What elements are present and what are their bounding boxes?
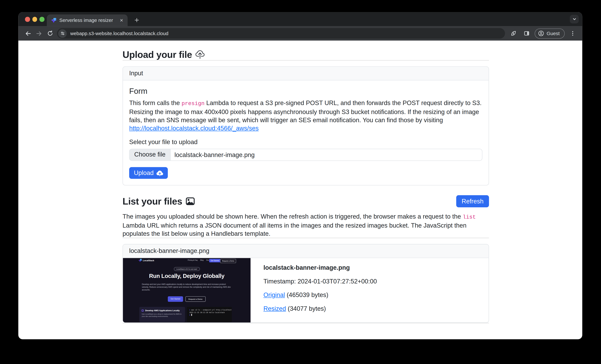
banner-cta-row: Get Started Request a Demo	[123, 296, 250, 302]
profile-chip[interactable]: Guest	[534, 28, 565, 38]
reload-icon	[47, 30, 53, 37]
upload-button[interactable]: Upload	[129, 167, 168, 179]
banner-logo: LocalStack	[139, 259, 154, 262]
ses-link[interactable]: http://localhost.localstack.cloud:4566/_…	[129, 125, 259, 132]
banner-subtext: Develop and test your AWS applications l…	[142, 283, 232, 291]
banner-logo-icon	[139, 259, 142, 262]
page-bottom-divider	[122, 323, 489, 323]
back-arrow-icon	[25, 30, 32, 37]
terminal-prompt: ❯	[189, 314, 190, 316]
new-tab-button[interactable]	[132, 16, 141, 24]
banner-nav-request-demo: Request a Demo	[220, 259, 236, 263]
divider	[122, 238, 489, 238]
banner-terminal: ❯ aws s3 ls --endpoint-url http://localh…	[187, 307, 232, 322]
banner-feature-text: Use LocalStack as a drop-in replacement …	[142, 313, 182, 318]
tune-icon	[60, 31, 65, 36]
upload-section-title: Upload your file	[122, 49, 192, 60]
banner-feature-title: Develop AWS Applications Locally	[145, 309, 180, 312]
tab-search-button[interactable]	[570, 15, 579, 23]
resized-line: Resized (34077 bytes)	[263, 305, 377, 312]
original-size: (465039 bytes)	[287, 292, 328, 298]
original-line: Original (465039 bytes)	[263, 292, 377, 299]
page-container: Upload your file Input Form This form ca…	[122, 41, 489, 323]
file-card: localstack-banner-image.png LocalStack P…	[122, 244, 489, 323]
browser-menu-button[interactable]	[567, 28, 578, 39]
leaf-bolt-icon	[510, 30, 517, 37]
divider	[122, 60, 489, 61]
file-card-body: LocalStack Pricing & Faq Blog Docs Sign …	[123, 258, 489, 323]
banner-logo-text: LocalStack	[143, 259, 154, 262]
list-section-title: List your files	[122, 196, 182, 207]
tab-close-icon[interactable]: ✕	[119, 17, 124, 23]
resized-link[interactable]: Resized	[263, 305, 286, 312]
file-thumbnail-image: LocalStack Pricing & Faq Blog Docs Sign …	[123, 258, 250, 323]
banner-headline: Run Locally, Deploy Globally	[123, 273, 250, 279]
performance-button[interactable]	[508, 28, 519, 39]
address-bar[interactable]: webapp.s3-website.localhost.localstack.c…	[57, 28, 505, 39]
refresh-button[interactable]: Refresh	[456, 195, 489, 207]
file-card-header: localstack-banner-image.png	[123, 244, 489, 258]
file-timestamp: Timestamp: 2024-01-03T07:27:52+00:00	[263, 278, 377, 285]
kebab-menu-icon	[570, 30, 576, 36]
refresh-button-label: Refresh	[462, 198, 484, 205]
tab-serverless-image-resizer[interactable]: Serverless image resizer ✕	[47, 14, 128, 26]
localstack-favicon-icon	[51, 18, 56, 23]
banner-version-badge: LocalStack v3.0 is out now!	[174, 267, 200, 271]
plus-icon	[134, 17, 140, 23]
file-details: localstack-banner-image.png Timestamp: 2…	[250, 258, 383, 319]
browser-toolbar: webapp.s3-website.localhost.localstack.c…	[18, 26, 582, 40]
cloud-upload-fill-icon	[156, 170, 163, 176]
cloud-upload-icon	[196, 50, 205, 59]
person-circle-icon	[538, 30, 544, 37]
upload-card: Input Form This form calls the presign L…	[122, 66, 489, 185]
tab-title: Serverless image resizer	[59, 18, 116, 23]
file-input[interactable]: Choose file localstack-banner-image.png	[129, 149, 482, 161]
screen: Serverless image resizer ✕	[0, 0, 601, 364]
banner-nav-item: Pricing & Faq	[188, 259, 198, 261]
back-button[interactable]	[23, 28, 34, 39]
profile-label: Guest	[547, 31, 560, 36]
file-title: localstack-banner-image.png	[263, 264, 377, 271]
banner-nav-get-started: Get Started	[209, 259, 221, 262]
toolbar-actions: Guest	[508, 28, 578, 39]
tab-strip: Serverless image resizer ✕	[18, 12, 582, 26]
chevron-down-icon	[571, 16, 577, 22]
choose-file-button[interactable]: Choose file	[130, 149, 170, 161]
list-description-text2: Lambda URL which returns a JSON document…	[122, 222, 466, 237]
page-content: Upload your file Input Form This form ca…	[18, 41, 582, 339]
reload-button[interactable]	[44, 28, 55, 39]
upload-card-header: Input	[123, 67, 489, 81]
url-text: webapp.s3-website.localhost.localstack.c…	[70, 31, 168, 36]
minimize-window-button[interactable]	[32, 17, 37, 22]
forward-button[interactable]	[34, 28, 45, 39]
terminal-line: aws s3 ls --endpoint-url http://localhos…	[191, 309, 232, 311]
list-description-text: The images you uploaded should be shown …	[122, 213, 463, 220]
banner-feature-card: Develop AWS Applications Locally Use Loc…	[139, 307, 185, 322]
original-link[interactable]: Original	[263, 292, 285, 298]
forward-arrow-icon	[35, 30, 42, 37]
list-description: The images you uploaded should be shown …	[122, 212, 489, 238]
terminal-prompt: ❯	[189, 309, 190, 311]
banner-nav-item: Blog	[200, 259, 203, 261]
side-panel-icon	[523, 30, 530, 37]
window-controls	[25, 17, 44, 22]
selected-file-name: localstack-banner-image.png	[170, 149, 259, 161]
resized-size: (34077 bytes)	[288, 305, 326, 312]
banner-feature-icon	[142, 309, 144, 311]
file-select-label: Select your file to upload	[129, 139, 482, 146]
list-code: list	[463, 214, 476, 220]
banner-request-demo-button: Request a Demo	[185, 296, 206, 302]
form-heading: Form	[129, 87, 482, 96]
upload-button-label: Upload	[134, 169, 154, 176]
upload-description-text: This form calls the	[129, 100, 182, 106]
upload-card-body: Form This form calls the presign Lambda …	[123, 80, 489, 185]
zoom-window-button[interactable]	[39, 17, 44, 22]
site-settings-button[interactable]	[58, 29, 67, 38]
banner-get-started-button: Get Started	[168, 296, 183, 302]
browser-window: Serverless image resizer ✕	[18, 12, 582, 339]
upload-description: This form calls the presign Lambda to re…	[129, 99, 482, 132]
presign-code: presign	[182, 100, 205, 107]
terminal-line: 2023-11-15 10:12:18 hello-localstack	[189, 311, 225, 313]
close-window-button[interactable]	[25, 17, 30, 22]
side-panel-button[interactable]	[521, 28, 532, 39]
